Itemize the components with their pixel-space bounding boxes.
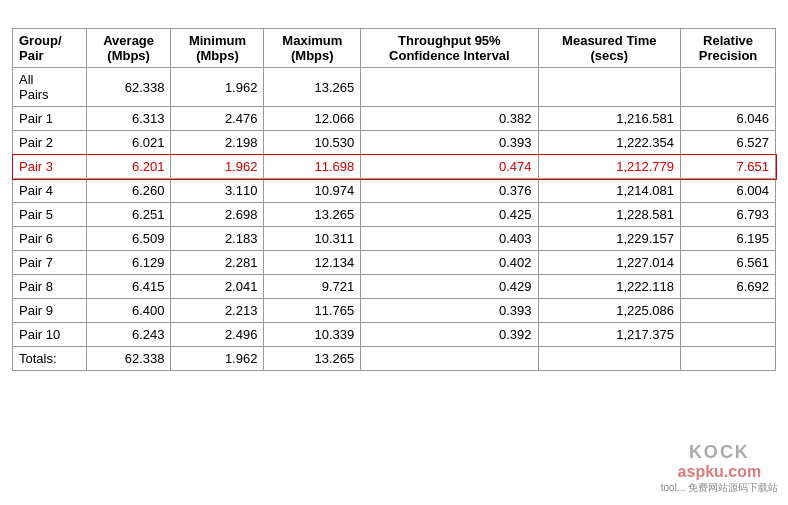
cell-measured-time: 1,227.014 xyxy=(538,251,681,275)
cell-confidence: 0.382 xyxy=(361,107,538,131)
cell-maximum: 13.265 xyxy=(264,347,361,371)
cell-average: 6.021 xyxy=(86,131,171,155)
cell-confidence: 0.429 xyxy=(361,275,538,299)
cell-confidence: 0.393 xyxy=(361,131,538,155)
cell-average: 62.338 xyxy=(86,347,171,371)
cell-average: 6.260 xyxy=(86,179,171,203)
cell-minimum: 2.183 xyxy=(171,227,264,251)
cell-average: 6.243 xyxy=(86,323,171,347)
cell-measured-time xyxy=(538,347,681,371)
cell-maximum: 10.339 xyxy=(264,323,361,347)
cell-pair: Pair 5 xyxy=(13,203,87,227)
cell-measured-time: 1,228.581 xyxy=(538,203,681,227)
header-maximum: Maximum(Mbps) xyxy=(264,29,361,68)
cell-pair: Pair 8 xyxy=(13,275,87,299)
cell-relative-precision: 6.561 xyxy=(681,251,776,275)
throughput-table: Group/Pair Average(Mbps) Minimum(Mbps) M… xyxy=(12,28,776,371)
header-confidence: Throughput 95%Confidence Interval xyxy=(361,29,538,68)
cell-average: 6.313 xyxy=(86,107,171,131)
cell-pair: Totals: xyxy=(13,347,87,371)
cell-maximum: 12.134 xyxy=(264,251,361,275)
cell-maximum: 12.066 xyxy=(264,107,361,131)
cell-maximum: 10.311 xyxy=(264,227,361,251)
cell-average: 6.201 xyxy=(86,155,171,179)
cell-maximum: 10.974 xyxy=(264,179,361,203)
cell-relative-precision: 6.004 xyxy=(681,179,776,203)
cell-minimum: 2.041 xyxy=(171,275,264,299)
cell-relative-precision: 6.046 xyxy=(681,107,776,131)
cell-average: 62.338 xyxy=(86,68,171,107)
cell-pair: Pair 10 xyxy=(13,323,87,347)
cell-relative-precision: 6.793 xyxy=(681,203,776,227)
cell-pair: Pair 3 xyxy=(13,155,87,179)
header-minimum: Minimum(Mbps) xyxy=(171,29,264,68)
cell-maximum: 11.765 xyxy=(264,299,361,323)
cell-confidence xyxy=(361,347,538,371)
cell-measured-time: 1,217.375 xyxy=(538,323,681,347)
table-row: Pair 26.0212.19810.5300.3931,222.3546.52… xyxy=(13,131,776,155)
table-row: Pair 66.5092.18310.3110.4031,229.1576.19… xyxy=(13,227,776,251)
cell-maximum: 13.265 xyxy=(264,203,361,227)
table-row: Pair 76.1292.28112.1340.4021,227.0146.56… xyxy=(13,251,776,275)
cell-confidence: 0.403 xyxy=(361,227,538,251)
cell-pair: Pair 7 xyxy=(13,251,87,275)
table-row: Pair 86.4152.0419.7210.4291,222.1186.692 xyxy=(13,275,776,299)
cell-maximum: 9.721 xyxy=(264,275,361,299)
header-relative-precision: RelativePrecision xyxy=(681,29,776,68)
cell-average: 6.129 xyxy=(86,251,171,275)
cell-pair: Pair 1 xyxy=(13,107,87,131)
cell-relative-precision xyxy=(681,347,776,371)
cell-confidence: 0.392 xyxy=(361,323,538,347)
cell-average: 6.400 xyxy=(86,299,171,323)
header-measured-time: Measured Time(secs) xyxy=(538,29,681,68)
cell-minimum: 2.198 xyxy=(171,131,264,155)
cell-average: 6.251 xyxy=(86,203,171,227)
cell-pair: Pair 4 xyxy=(13,179,87,203)
cell-minimum: 3.110 xyxy=(171,179,264,203)
watermark: KOCK aspku.com tool... 免费网站源码下载站 xyxy=(661,442,778,495)
cell-pair: AllPairs xyxy=(13,68,87,107)
table-row: Pair 36.2011.96211.6980.4741,212.7797.65… xyxy=(13,155,776,179)
cell-maximum: 10.530 xyxy=(264,131,361,155)
cell-relative-precision: 6.692 xyxy=(681,275,776,299)
cell-average: 6.509 xyxy=(86,227,171,251)
table-row: AllPairs62.3381.96213.265 xyxy=(13,68,776,107)
cell-confidence xyxy=(361,68,538,107)
table-row: Totals:62.3381.96213.265 xyxy=(13,347,776,371)
cell-measured-time: 1,222.118 xyxy=(538,275,681,299)
cell-relative-precision xyxy=(681,68,776,107)
table-row: Pair 46.2603.11010.9740.3761,214.0816.00… xyxy=(13,179,776,203)
cell-confidence: 0.393 xyxy=(361,299,538,323)
cell-confidence: 0.402 xyxy=(361,251,538,275)
cell-relative-precision: 6.527 xyxy=(681,131,776,155)
cell-measured-time: 1,214.081 xyxy=(538,179,681,203)
cell-confidence: 0.425 xyxy=(361,203,538,227)
cell-measured-time xyxy=(538,68,681,107)
cell-minimum: 2.213 xyxy=(171,299,264,323)
cell-measured-time: 1,229.157 xyxy=(538,227,681,251)
cell-minimum: 2.698 xyxy=(171,203,264,227)
cell-relative-precision: 6.195 xyxy=(681,227,776,251)
cell-minimum: 2.281 xyxy=(171,251,264,275)
header-group-pair: Group/Pair xyxy=(13,29,87,68)
cell-measured-time: 1,212.779 xyxy=(538,155,681,179)
cell-minimum: 2.496 xyxy=(171,323,264,347)
cell-measured-time: 1,216.581 xyxy=(538,107,681,131)
cell-measured-time: 1,225.086 xyxy=(538,299,681,323)
cell-minimum: 1.962 xyxy=(171,68,264,107)
header-average: Average(Mbps) xyxy=(86,29,171,68)
cell-pair: Pair 6 xyxy=(13,227,87,251)
cell-confidence: 0.474 xyxy=(361,155,538,179)
cell-maximum: 11.698 xyxy=(264,155,361,179)
cell-relative-precision xyxy=(681,323,776,347)
cell-relative-precision: 7.651 xyxy=(681,155,776,179)
cell-pair: Pair 2 xyxy=(13,131,87,155)
cell-minimum: 2.476 xyxy=(171,107,264,131)
cell-confidence: 0.376 xyxy=(361,179,538,203)
cell-minimum: 1.962 xyxy=(171,347,264,371)
cell-maximum: 13.265 xyxy=(264,68,361,107)
cell-relative-precision xyxy=(681,299,776,323)
cell-average: 6.415 xyxy=(86,275,171,299)
cell-minimum: 1.962 xyxy=(171,155,264,179)
table-header-row: Group/Pair Average(Mbps) Minimum(Mbps) M… xyxy=(13,29,776,68)
